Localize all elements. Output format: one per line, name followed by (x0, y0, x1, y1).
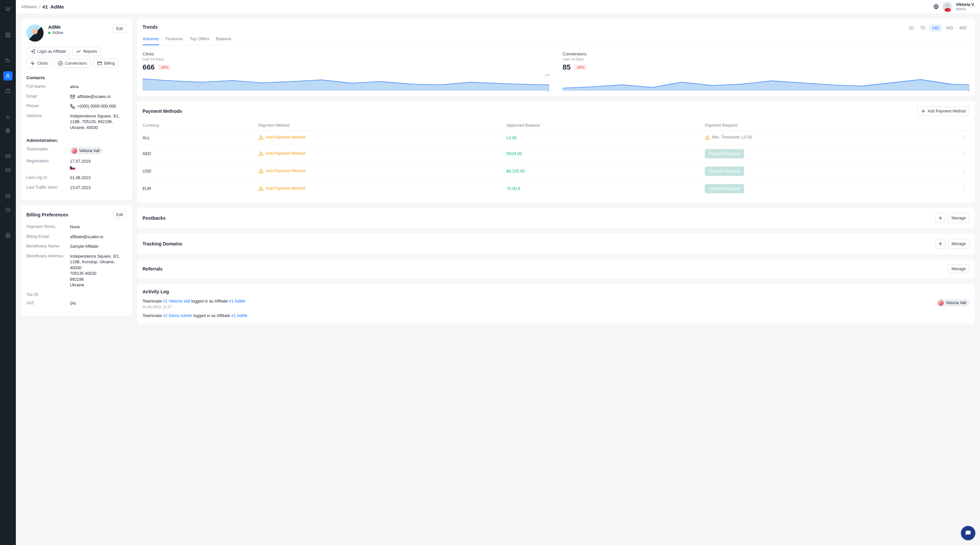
tab-finances[interactable]: Finances (165, 36, 183, 45)
payment-methods-card: Payment Methods Add Payment Method Curre… (137, 101, 975, 203)
manage-tracking-button[interactable]: Manage (948, 239, 969, 249)
registration-value: 17.07.2019 (70, 159, 91, 164)
activity-user-chip[interactable]: Viktoria Vall (937, 299, 969, 307)
add-tracking-domain-button[interactable] (935, 239, 945, 249)
user-menu[interactable]: Viktoria V. Admin (934, 2, 975, 12)
table-row: AED Add Payment Method Dh24.00 Payment R… (143, 145, 969, 163)
briefcase-icon[interactable] (5, 88, 11, 94)
add-payment-link[interactable]: Add Payment Method (258, 168, 305, 173)
add-postback-button[interactable] (935, 213, 945, 223)
row-menu-icon[interactable]: ⋮ (959, 168, 969, 174)
last-login-value: 01.06.2023 (70, 175, 91, 181)
chat-fab-button[interactable] (961, 526, 975, 540)
edit-billing-button[interactable]: Edit (113, 210, 127, 219)
user-role: Admin (956, 7, 975, 11)
mail-icon[interactable] (5, 193, 11, 199)
range-30d[interactable]: 30D (943, 24, 956, 32)
warning-icon (258, 135, 264, 140)
avatar (943, 2, 953, 12)
manage-referrals-button[interactable]: Manage (948, 265, 969, 273)
add-payment-link[interactable]: Add Payment Method (258, 151, 305, 156)
manage-postbacks-button[interactable]: Manage (948, 213, 969, 223)
gear-icon[interactable] (5, 232, 11, 239)
conversions-sparkline: 0 (563, 75, 969, 91)
range-1d[interactable]: 1D (906, 24, 916, 32)
mail-icon (70, 94, 75, 99)
billing-button[interactable]: Billing (93, 59, 118, 68)
add-payment-link[interactable]: Add Payment Method (258, 186, 305, 191)
tab-top-offers[interactable]: Top Offers (190, 36, 210, 45)
warning-icon (705, 135, 710, 140)
add-payment-method-button[interactable]: Add Payment Method (917, 106, 969, 116)
billing-title: Billing Preferences (26, 212, 68, 218)
range-selector: 1D 7D 14D 30D 90D (906, 24, 969, 32)
profile-status: Active (48, 30, 64, 35)
svg-point-36 (261, 154, 261, 155)
chart-icon[interactable] (5, 113, 11, 120)
svg-rect-5 (6, 35, 8, 37)
row-menu-icon[interactable]: ⋮ (959, 135, 969, 141)
profile-name: AdMe (48, 24, 64, 30)
phone-value: +(000) 0000-000-000 (70, 103, 116, 110)
svg-point-15 (8, 130, 8, 131)
card2-icon[interactable] (5, 167, 11, 173)
conversions-button[interactable]: Conversions (54, 59, 91, 68)
billing-email-value: affiliate@scaleo.io (70, 234, 103, 240)
top-bar: Affiliates / #1 AdMe Viktoria V. Admin (16, 0, 980, 14)
clicks-button[interactable]: Clicks (26, 59, 51, 68)
dashboard-icon[interactable] (5, 32, 11, 38)
target-icon[interactable] (5, 127, 11, 134)
clicks-delta: -39% (158, 65, 170, 70)
tab-volumes[interactable]: Volumes (143, 36, 159, 45)
payment-request-button[interactable]: Payment Request (705, 184, 744, 193)
user-name: Viktoria V. (956, 3, 975, 7)
payment-terms-value: None (70, 224, 80, 230)
range-14d[interactable]: 14D (929, 24, 942, 32)
svg-point-21 (7, 235, 9, 236)
user-icon[interactable] (3, 71, 13, 81)
svg-rect-6 (8, 35, 10, 37)
activity-item: Teammate #1 Viktoria Vall logged in as A… (143, 299, 969, 309)
activity-link[interactable]: #2 Demo Admin (163, 313, 192, 318)
tag-icon[interactable] (5, 57, 11, 64)
billing-card: Billing Preferences Edit Payment Terms:N… (21, 205, 132, 316)
row-menu-icon[interactable]: ⋮ (959, 151, 969, 157)
activity-link[interactable]: #1 Viktoria Vall (163, 299, 190, 303)
activity-item: Teammate #2 Demo Admin logged in as Affi… (143, 313, 969, 318)
tab-balance[interactable]: Balance (216, 36, 231, 45)
beneficiary-name-value: Sample Affiliate (70, 244, 98, 250)
range-90d[interactable]: 90D (957, 24, 969, 32)
row-menu-icon[interactable]: ⋮ (959, 186, 969, 192)
vat-value: 0% (70, 301, 76, 307)
add-payment-link[interactable]: Add Payment Method (258, 135, 305, 140)
card-icon[interactable] (5, 153, 11, 160)
svg-rect-16 (6, 155, 10, 158)
warning-icon (258, 168, 264, 173)
beneficiary-address-value: Independence Square, 3/1, 119B, Konotop,… (70, 254, 127, 288)
conversions-stat: Conversions Last 14 Days 85-26% 0 (563, 51, 969, 91)
reports-button[interactable]: Reports (72, 47, 101, 56)
payment-request-button[interactable]: Payment Request (705, 167, 744, 176)
trends-tabs: Volumes Finances Top Offers Balance (143, 36, 969, 46)
svg-point-32 (261, 138, 261, 138)
range-7d[interactable]: 7D (918, 24, 928, 32)
clicks-stat: Clicks Last 14 Days 666-39% 120 0 (143, 51, 549, 91)
teammate-chip[interactable]: Viktoria Vall (70, 147, 103, 155)
login-as-affiliate-button[interactable]: Login as Affiliate (26, 47, 70, 56)
breadcrumb-parent[interactable]: Affiliates (21, 4, 37, 9)
edit-profile-button[interactable]: Edit (113, 24, 127, 33)
activity-log-card: Activity Log Teammate #1 Viktoria Vall l… (137, 284, 975, 323)
menu-icon[interactable] (5, 6, 11, 13)
activity-link[interactable]: #1 AdMe (229, 299, 245, 303)
history-icon[interactable] (5, 207, 11, 213)
svg-point-25 (59, 61, 62, 65)
payment-request-button[interactable]: Payment Request (705, 149, 744, 158)
status-dot-icon (48, 32, 51, 34)
postbacks-card: Postbacks Manage (137, 208, 975, 228)
globe-icon[interactable] (934, 4, 939, 10)
trends-card: Trends 1D 7D 14D 30D 90D Volumes Finance… (137, 19, 975, 96)
svg-point-7 (6, 59, 7, 60)
phone-icon (70, 103, 75, 109)
svg-rect-26 (98, 62, 102, 65)
activity-link[interactable]: #1 AdMe (231, 313, 248, 318)
